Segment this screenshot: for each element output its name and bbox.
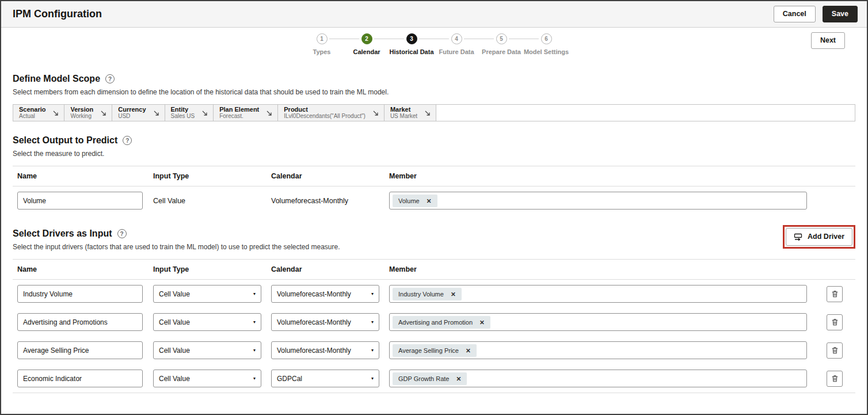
driver-row: Cell Value ▾ Volumeforecast-Monthly ▾ Ad… bbox=[13, 308, 855, 336]
drivers-header-text: Select Drivers as Input ? Select the inp… bbox=[13, 215, 340, 251]
step-4-circle: 4 bbox=[451, 33, 462, 44]
step-future-data[interactable]: 4 Future Data bbox=[434, 33, 479, 55]
driver-input-type-select[interactable]: Cell Value ▾ bbox=[153, 370, 261, 387]
dimension-selector-plan-element[interactable]: Plan ElementForecast. bbox=[214, 105, 278, 121]
remove-member-icon[interactable]: ✕ bbox=[466, 347, 471, 354]
save-button[interactable]: Save bbox=[823, 6, 858, 22]
step-types[interactable]: 1 Types bbox=[299, 33, 344, 55]
member-chip-label: Advertising and Promotion bbox=[398, 319, 473, 326]
top-bar: IPM Configuration Cancel Save bbox=[1, 1, 867, 28]
main-content: Define Model Scope ? Select members from… bbox=[1, 74, 867, 393]
step-historical-data[interactable]: 3 Historical Data bbox=[389, 33, 434, 55]
dimension-selector-version[interactable]: VersionWorking bbox=[64, 105, 112, 121]
column-header-calendar: Calendar bbox=[267, 172, 384, 180]
step-calendar[interactable]: 2 Calendar bbox=[344, 33, 389, 55]
delete-driver-button[interactable] bbox=[827, 314, 843, 330]
step-3-circle: 3 bbox=[406, 33, 417, 44]
member-chip[interactable]: Industry Volume ✕ bbox=[393, 288, 462, 300]
add-driver-highlight-box: Add Driver bbox=[783, 225, 855, 249]
remove-member-icon[interactable]: ✕ bbox=[479, 319, 485, 326]
driver-member-field[interactable]: Advertising and Promotion ✕ bbox=[389, 313, 807, 331]
member-chip[interactable]: Average Selling Price ✕ bbox=[393, 344, 477, 357]
topbar-actions: Cancel Save bbox=[774, 6, 858, 22]
driver-calendar-select[interactable]: Volumeforecast-Monthly ▾ bbox=[271, 341, 379, 359]
cancel-button[interactable]: Cancel bbox=[774, 6, 816, 22]
driver-name-input[interactable] bbox=[17, 370, 143, 387]
output-name-input[interactable] bbox=[17, 192, 143, 210]
step-4-label: Future Data bbox=[439, 48, 474, 55]
member-selector-icon bbox=[153, 110, 159, 116]
driver-input-type-select[interactable]: Cell Value ▾ bbox=[153, 285, 261, 303]
step-model-settings[interactable]: 6 Model Settings bbox=[524, 33, 569, 55]
column-header-name: Name bbox=[13, 265, 149, 273]
driver-calendar-select[interactable]: Volumeforecast-Monthly ▾ bbox=[271, 285, 379, 303]
output-row: Cell Value Volumeforecast-Monthly Volume… bbox=[13, 186, 855, 215]
scope-section-title-row: Define Model Scope ? bbox=[13, 74, 855, 84]
help-icon[interactable]: ? bbox=[105, 74, 115, 83]
delete-driver-button[interactable] bbox=[827, 342, 843, 359]
step-1-circle: 1 bbox=[317, 33, 328, 44]
remove-member-icon[interactable]: ✕ bbox=[451, 291, 456, 298]
scope-section-title: Define Model Scope bbox=[13, 74, 100, 84]
step-prepare-data[interactable]: 5 Prepare Data bbox=[479, 33, 524, 55]
output-section-title-row: Select Output to Predict ? bbox=[13, 135, 855, 146]
ipm-configuration-window: IPM Configuration Cancel Save 1 Types 2 … bbox=[0, 0, 868, 415]
help-icon[interactable]: ? bbox=[117, 229, 127, 238]
member-chip-label: Industry Volume bbox=[398, 291, 444, 298]
remove-member-icon[interactable]: ✕ bbox=[456, 375, 461, 382]
driver-calendar-select[interactable]: Volumeforecast-Monthly ▾ bbox=[271, 313, 379, 331]
help-icon[interactable]: ? bbox=[123, 136, 132, 145]
output-table-header: Name Input Type Calendar Member bbox=[13, 166, 855, 186]
member-selector-icon bbox=[372, 110, 379, 116]
output-member-field[interactable]: Volume ✕ bbox=[389, 192, 807, 210]
dimension-selector-currency[interactable]: CurrencyUSD bbox=[112, 105, 165, 121]
dimension-selector-scenario[interactable]: ScenarioActual bbox=[13, 105, 64, 121]
next-button[interactable]: Next bbox=[811, 32, 845, 49]
member-selector-icon bbox=[100, 110, 106, 116]
drivers-table-header: Name Input Type Calendar Member bbox=[13, 259, 855, 280]
delete-driver-button[interactable] bbox=[827, 286, 843, 302]
output-calendar-value: Volumeforecast-Monthly bbox=[267, 197, 384, 205]
member-chip[interactable]: Advertising and Promotion ✕ bbox=[393, 316, 490, 329]
driver-row: Cell Value ▾ Volumeforecast-Monthly ▾ Av… bbox=[13, 336, 855, 364]
member-chip-label: GDP Growth Rate bbox=[398, 375, 449, 382]
trash-icon bbox=[831, 318, 839, 326]
add-driver-button[interactable]: Add Driver bbox=[786, 228, 852, 246]
driver-member-field[interactable]: Average Selling Price ✕ bbox=[389, 341, 807, 359]
driver-member-field[interactable]: GDP Growth Rate ✕ bbox=[389, 370, 807, 387]
dimension-selector-market[interactable]: MarketUS Market bbox=[384, 105, 436, 121]
drivers-section-title: Select Drivers as Input bbox=[13, 229, 112, 239]
member-chip[interactable]: GDP Growth Rate ✕ bbox=[393, 372, 467, 385]
column-header-member: Member bbox=[384, 265, 822, 273]
driver-member-field[interactable]: Industry Volume ✕ bbox=[389, 285, 807, 303]
step-3-label: Historical Data bbox=[389, 48, 433, 55]
step-1-label: Types bbox=[313, 48, 331, 55]
column-header-member: Member bbox=[384, 172, 822, 180]
dimension-scope-bar: ScenarioActual VersionWorking CurrencyUS… bbox=[13, 104, 855, 121]
output-section-title: Select Output to Predict bbox=[13, 135, 117, 146]
page-title: IPM Configuration bbox=[13, 8, 102, 20]
dimension-selector-entity[interactable]: EntitySales US bbox=[165, 105, 214, 121]
member-chip-label: Average Selling Price bbox=[398, 347, 459, 354]
dimension-selector-product[interactable]: ProductILvl0Descendants("All Product") bbox=[278, 105, 384, 121]
step-5-label: Prepare Data bbox=[482, 48, 521, 55]
driver-name-input[interactable] bbox=[17, 285, 143, 303]
driver-input-type-select[interactable]: Cell Value ▾ bbox=[153, 341, 261, 359]
chevron-down-icon: ▾ bbox=[371, 292, 374, 296]
member-selector-icon bbox=[52, 110, 59, 116]
driver-name-input[interactable] bbox=[17, 341, 143, 359]
chevron-down-icon: ▾ bbox=[253, 292, 256, 296]
column-header-input-type: Input Type bbox=[149, 172, 267, 180]
remove-member-icon[interactable]: ✕ bbox=[427, 197, 432, 204]
column-header-calendar: Calendar bbox=[267, 265, 384, 273]
delete-driver-button[interactable] bbox=[827, 371, 843, 387]
driver-input-type-select[interactable]: Cell Value ▾ bbox=[153, 313, 261, 331]
add-driver-label: Add Driver bbox=[808, 233, 844, 241]
driver-name-input[interactable] bbox=[17, 313, 143, 331]
member-chip[interactable]: Volume ✕ bbox=[393, 195, 437, 207]
chevron-down-icon: ▾ bbox=[253, 348, 256, 353]
wizard-stepper: 1 Types 2 Calendar 3 Historical Data 4 F… bbox=[1, 33, 867, 55]
output-description: Select the measure to predict. bbox=[13, 150, 855, 158]
step-6-label: Model Settings bbox=[524, 48, 569, 55]
driver-calendar-select[interactable]: GDPCal ▾ bbox=[271, 370, 379, 387]
